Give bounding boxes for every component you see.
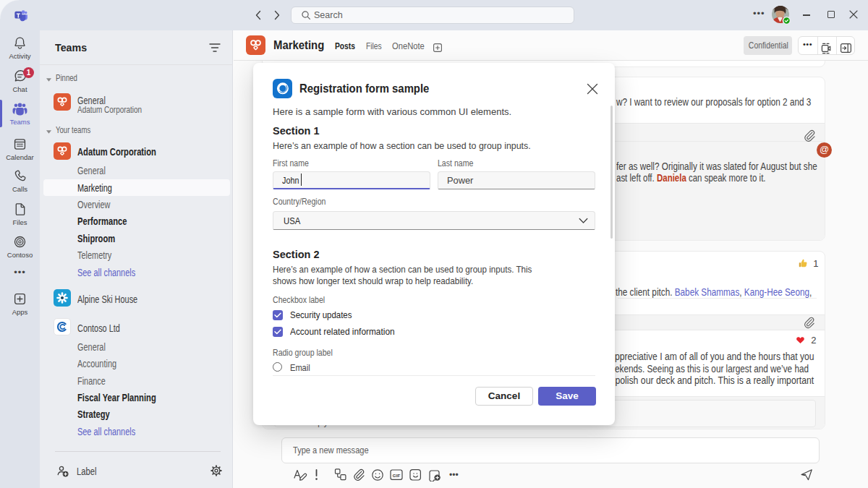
svg-text:•••: •••	[449, 470, 459, 480]
svg-text:GIF: GIF	[393, 473, 401, 478]
